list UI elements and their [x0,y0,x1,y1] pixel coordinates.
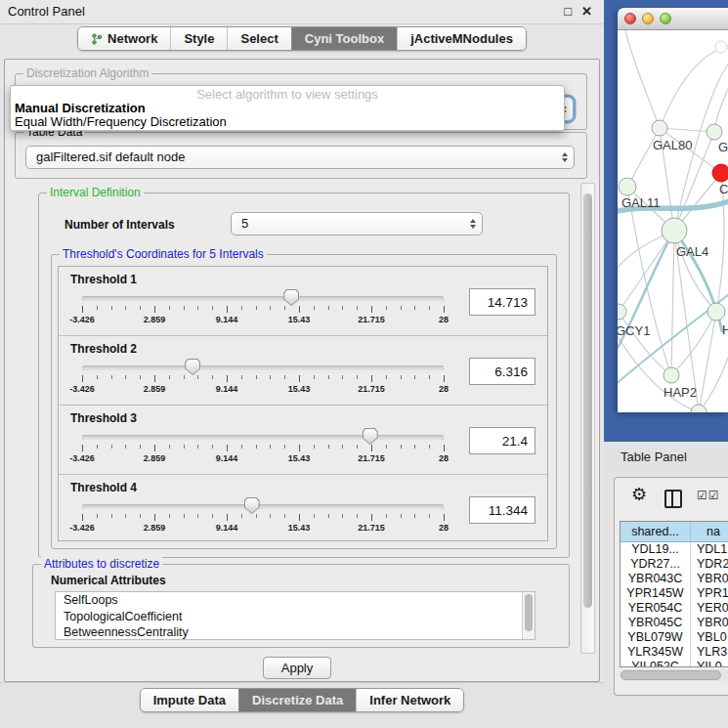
tab-jactivemnodules[interactable]: jActiveMNodules [397,27,526,50]
panel-vertical-scrollbar[interactable] [580,183,595,654]
tab-infer-network[interactable]: Infer Network [356,689,463,711]
panel-title: Control Panel [8,4,85,19]
minimize-traffic-light[interactable] [642,13,654,24]
node-label: C [719,182,728,196]
table-row[interactable]: YLR345WYLR3 [621,645,728,660]
threshold-slider[interactable]: -3.4262.8599.14415.4321.71528 [78,496,448,539]
network-node-h[interactable] [707,303,725,321]
network-node-ga[interactable] [707,124,722,140]
close-icon[interactable]: ✕ [581,4,592,19]
threshold-label: Threshold 3 [70,411,137,425]
table-horizontal-scrollbar[interactable] [620,669,728,681]
float-window-icon[interactable]: □ [564,4,572,19]
tab-discretize-data[interactable]: Discretize Data [238,689,356,711]
tab-label: Cyni Toolbox [305,31,384,46]
tab-label: jActiveMNodules [410,31,513,46]
number-of-intervals-combobox[interactable]: 5 [231,212,483,236]
network-edge [699,312,716,412]
network-node-gal80[interactable] [652,120,667,136]
threshold-slider[interactable]: -3.4262.8599.14415.4321.71528 [78,427,448,470]
checkbox-icon[interactable]: ☑ [708,489,720,502]
slider-track [82,365,444,370]
table-row[interactable]: YPR145WYPR1 [621,586,728,601]
tab-style[interactable]: Style [170,27,227,50]
threshold-slider[interactable]: -3.4262.8599.14415.4321.71528 [78,358,448,401]
network-canvas[interactable]: GAL80GACGAL11GAL4GCY1HHAP2 [618,30,728,412]
column-header[interactable]: na [691,522,728,542]
numerical-attributes-list[interactable]: SelfLoopsTopologicalCoefficientBetweenne… [55,591,535,640]
network-node-hap2[interactable] [664,367,679,383]
tick-label: -3.426 [69,384,95,394]
table-cell: YLR3 [691,645,728,660]
table-row[interactable]: YDL19...YDL1 [621,542,728,557]
slider-thumb[interactable] [363,428,378,445]
interval-definition-group-title: Interval Definition [47,186,144,199]
table-row[interactable]: YBR043CYBR0 [621,572,728,586]
tab-cyni-toolbox[interactable]: Cyni Toolbox [291,27,397,50]
tab-label: Style [184,31,214,46]
table-hscrollbar-thumb[interactable] [621,670,721,680]
attribute-item[interactable]: BetweennessCentrality [56,624,535,640]
tab-label: Infer Network [369,693,450,707]
slider-thumb[interactable] [185,359,200,375]
network-view-window: GAL80GACGAL11GAL4GCY1HHAP2 [618,8,728,412]
screen: Control Panel □ ✕ NetworkStyleSelectCyni… [0,0,728,728]
threshold-slider[interactable]: -3.4262.8599.14415.4321.71528 [78,288,448,331]
table-cell: YBL0 [691,630,728,645]
table-cell: YPR1 [691,586,728,601]
titlebar-icons: □ ✕ [564,4,592,19]
network-icon [91,33,103,45]
tab-impute-data[interactable]: Impute Data [141,689,238,711]
slider-thumb[interactable] [244,497,260,514]
table-cell: YDR27... [621,557,691,572]
threshold-value-field[interactable]: 21.4 [469,427,535,454]
discretization-algorithm-group-title: Discretization Algorithm [23,66,151,80]
columns-icon[interactable] [664,490,682,508]
cyni-toolbox-panel: Discretization Algorithm Table Data galF… [4,59,600,682]
panel-scrollbar-thumb[interactable] [583,193,592,608]
algorithm-option[interactable]: Equal Width/Frequency Discretization [11,115,564,129]
desktop-region: GAL80GACGAL11GAL4GCY1HHAP2 Table Panel ⚙… [604,0,728,728]
tick-label: 15.43 [288,315,311,324]
network-window-titlebar[interactable] [618,8,728,30]
slider-thumb[interactable] [283,289,299,306]
select-columns-icons[interactable]: ☑☑ [697,489,720,502]
table-row[interactable]: YDR27...YDR2 [621,557,728,572]
tick-label: -3.426 [69,315,95,324]
threshold-value-field[interactable]: 11.344 [469,496,535,524]
table-data-group: Table Data galFiltered.sif default node [15,132,587,179]
table-row[interactable]: YBL079WYBL0 [621,630,728,645]
tick-label: 2.859 [144,523,166,533]
column-header[interactable]: shared... [621,522,691,542]
table-row[interactable]: YIL052CYIL0 [621,660,728,667]
network-node[interactable] [715,41,727,53]
algorithm-option[interactable]: Manual Discretization [11,102,564,115]
network-edge [674,231,716,312]
list-scrollbar[interactable] [522,592,535,639]
tab-network[interactable]: Network [78,27,170,50]
threshold-label: Threshold 1 [70,273,137,286]
gear-icon[interactable]: ⚙ [631,486,647,503]
network-node-gal11[interactable] [619,178,636,195]
network-node-gcy1[interactable] [618,304,626,320]
attribute-item[interactable]: SelfLoops [56,592,535,609]
zoom-traffic-light[interactable] [660,13,671,24]
apply-button[interactable]: Apply [263,657,331,679]
tab-select[interactable]: Select [227,27,290,50]
network-node-gal4[interactable] [662,218,687,243]
table-row[interactable]: YBR045CYBR0 [621,616,728,630]
table-data-combobox[interactable]: galFiltered.sif default node [25,146,575,169]
list-scrollbar-thumb[interactable] [525,594,533,631]
tick-label: 15.43 [288,384,311,394]
checkbox-icon[interactable]: ☑ [697,489,708,502]
tick-label: 2.859 [144,384,166,394]
network-edge [627,128,660,187]
table-row[interactable]: YER054CYER0 [621,601,728,616]
threshold-value-field[interactable]: 6.316 [469,358,535,385]
tick-label: 9.144 [216,315,238,324]
table-cell: YDL19... [621,542,691,557]
threshold-value-field[interactable]: 14.713 [469,288,535,316]
network-node-c[interactable] [712,164,728,182]
close-traffic-light[interactable] [624,13,636,24]
attribute-item[interactable]: TopologicalCoefficient [56,609,535,625]
